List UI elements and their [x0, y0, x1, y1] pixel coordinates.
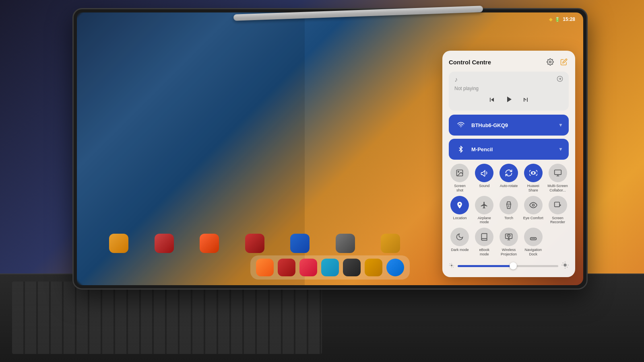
dock-app-7[interactable] [386, 259, 404, 276]
app-icon[interactable] [245, 234, 264, 253]
svg-point-17 [451, 264, 453, 266]
dock-app-3[interactable] [299, 259, 317, 276]
huaweishare-label: HuaweiShare [527, 184, 539, 193]
toggle-sound[interactable]: Sound [473, 164, 495, 193]
navigationdock-label: NavigationDock [525, 248, 542, 257]
toggle-screenshot[interactable]: Screenshot [449, 164, 471, 193]
shuffle-icon[interactable] [557, 76, 563, 83]
toggle-ebookmode[interactable]: eBookmode [473, 228, 495, 257]
eyecomfort-label: Eye Comfort [523, 216, 543, 220]
cc-header: Control Centre [449, 57, 569, 67]
brightness-track[interactable] [458, 265, 558, 267]
toggle-autorotate[interactable]: Auto-rotate [498, 164, 520, 193]
screenshot-label: Screenshot [454, 184, 466, 193]
keyboard-keys [12, 282, 322, 354]
quick-toggles-row3: Dark mode eBookmode [449, 228, 569, 257]
media-status: Not playing [454, 86, 563, 91]
status-location-icon: ◆ [549, 17, 552, 22]
play-button[interactable] [504, 95, 514, 107]
dock-app-6[interactable] [365, 259, 382, 276]
screenrecorder-label: ScreenRecorder [550, 216, 565, 225]
screenshot-icon [450, 164, 469, 182]
toggle-location[interactable]: Location [449, 196, 471, 225]
toggle-torch[interactable]: Torch [498, 196, 520, 225]
quick-toggles-row2: Location Airplanemode [449, 196, 569, 225]
svg-point-24 [564, 263, 567, 267]
app-icon[interactable] [109, 234, 128, 253]
sound-icon [475, 164, 493, 182]
cc-header-icons [545, 57, 569, 67]
media-controls [454, 95, 563, 107]
navigationdock-icon [524, 228, 543, 246]
svg-point-4 [532, 172, 535, 175]
ebookmode-label: eBookmode [479, 248, 489, 257]
brightness-high-icon [561, 261, 569, 271]
huaweishare-icon [524, 164, 543, 182]
svg-point-3 [458, 171, 459, 173]
wirelessprojection-label: WirelessProjection [501, 248, 517, 257]
torch-label: Torch [504, 216, 513, 220]
multiscreen-label: Multi-ScreenCollabor... [547, 184, 568, 193]
bluetooth-icon [454, 143, 467, 156]
brightness-fill [458, 265, 513, 267]
dock [250, 255, 410, 280]
music-note-icon: ♪ [454, 76, 458, 83]
toggle-screenrecorder[interactable]: ScreenRecorder [547, 196, 569, 225]
app-icon[interactable] [290, 234, 310, 253]
wifi-icon [454, 119, 467, 132]
ebook-icon [475, 228, 493, 246]
wifi-tile[interactable]: BTHub6-GKQ9 ▼ [449, 115, 569, 136]
toggle-airplanemode[interactable]: Airplanemode [473, 196, 495, 225]
quick-toggles-row1: Screenshot Sound [449, 164, 569, 193]
edit-icon[interactable] [559, 57, 569, 67]
brightness-thumb[interactable] [510, 262, 517, 269]
dock-app-2[interactable] [278, 259, 295, 276]
svg-rect-9 [554, 202, 559, 207]
dock-app-5[interactable] [343, 259, 361, 276]
svg-line-21 [453, 267, 454, 267]
multiscreen-icon [549, 164, 567, 182]
svg-line-20 [450, 263, 450, 264]
airplane-icon [475, 196, 493, 214]
svg-point-12 [508, 237, 509, 238]
next-button[interactable] [522, 96, 530, 106]
battery-icon: 🔋 [555, 17, 560, 22]
svg-marker-10 [559, 204, 561, 206]
svg-rect-5 [554, 170, 561, 175]
toggle-multiscreen[interactable]: Multi-ScreenCollabor... [547, 164, 569, 193]
bluetooth-name: M-Pencil [471, 146, 554, 152]
airplanemode-label: Airplanemode [478, 216, 491, 225]
status-bar: ◆ 🔋 15:28 [549, 16, 575, 22]
autorotate-label: Auto-rotate [500, 184, 518, 188]
brightness-row [449, 261, 569, 271]
toggle-huaweishare[interactable]: HuaweiShare [522, 164, 544, 193]
svg-point-0 [549, 61, 551, 63]
network-tiles: BTHub6-GKQ9 ▼ M-Pencil ▼ [449, 115, 569, 160]
app-icon[interactable] [336, 234, 355, 253]
media-top: ♪ [454, 76, 563, 83]
app-icon[interactable] [200, 234, 219, 253]
tablet-screen: ◆ 🔋 15:28 Control Centre [77, 12, 583, 285]
dock-app-4[interactable] [321, 259, 339, 276]
app-icon[interactable] [155, 234, 174, 253]
brightness-low-icon [449, 263, 454, 269]
autorotate-icon [500, 164, 518, 182]
toggle-empty [547, 228, 569, 257]
torch-icon [500, 196, 518, 214]
toggle-darkmode[interactable]: Dark mode [449, 228, 471, 257]
dock-app-1[interactable] [256, 259, 274, 276]
clock: 15:28 [563, 16, 575, 22]
prev-button[interactable] [488, 96, 496, 106]
eyecomfort-icon [524, 196, 543, 214]
toggle-navigationdock[interactable]: NavigationDock [522, 228, 544, 257]
settings-icon[interactable] [545, 57, 555, 67]
bluetooth-tile[interactable]: M-Pencil ▼ [449, 139, 569, 160]
toggle-wirelessprojection[interactable]: WirelessProjection [498, 228, 520, 257]
cc-title: Control Centre [449, 59, 491, 66]
svg-line-27 [563, 263, 563, 263]
location-label: Location [453, 216, 466, 220]
toggle-eyecomfort[interactable]: Eye Comfort [522, 196, 544, 225]
app-icon[interactable] [381, 234, 400, 253]
sound-label: Sound [479, 184, 489, 188]
tablet-device: ◆ 🔋 15:28 Control Centre [72, 8, 588, 290]
